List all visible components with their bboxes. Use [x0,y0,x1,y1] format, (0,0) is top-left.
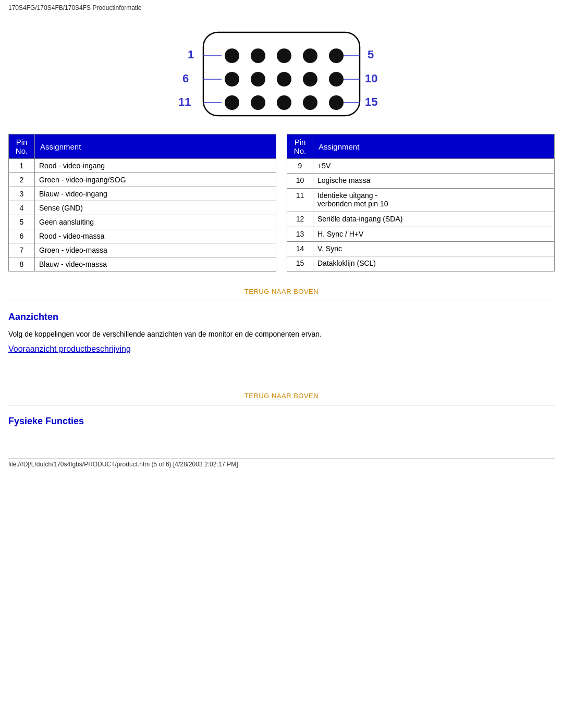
pin-number: 12 [287,212,313,227]
pin-assignment: +5V [313,159,555,174]
divider-1 [8,301,555,301]
table-row: 14V. Sync [287,242,555,256]
vga-connector-svg: 1 6 11 5 10 15 [172,22,391,124]
pin-number: 7 [9,243,35,257]
pin-number: 11 [287,188,313,212]
page-title: 170S4FG/170S4FB/170S4FS Productinformati… [8,4,555,11]
svg-point-11 [329,48,344,63]
nav-link-section-1: TERUG NAAR BOVEN [8,287,555,295]
svg-point-18 [251,95,265,110]
left-table-pin-header: Pin No. [9,134,35,159]
table-row: 13H. Sync / H+V [287,227,555,241]
aanzichten-heading: Aanzichten [8,312,555,323]
svg-point-20 [303,95,317,110]
svg-text:15: 15 [365,95,377,108]
pin-assignment: Groen - video-ingang/SOG [35,173,276,187]
pin-assignment: Identieke uitgang -verbonden met pin 10 [313,188,555,212]
svg-point-12 [225,72,239,87]
svg-text:6: 6 [182,72,189,85]
pin-number: 6 [9,229,35,243]
page-footer: file:///D|/L/dutch/170s4fgbs/PRODUCT/pro… [8,458,555,468]
pin-number: 9 [287,159,313,174]
svg-point-19 [277,95,291,110]
pin-assignment: Datakloklijn (SCL) [313,256,555,272]
left-pin-table: Pin No. Assignment 1Rood - video-ingang2… [8,134,276,272]
table-row: 10Logische massa [287,174,555,188]
aanzichten-section: Aanzichten Volg de koppelingen voor de v… [8,312,555,354]
svg-text:10: 10 [365,72,377,85]
svg-text:5: 5 [368,48,374,61]
table-row: 5Geen aansluiting [9,215,276,229]
pin-assignment: Blauw - video-massa [35,257,276,272]
svg-point-14 [277,72,291,87]
svg-point-21 [329,95,344,110]
pin-assignment: V. Sync [313,242,555,256]
svg-point-9 [277,48,291,63]
svg-text:11: 11 [178,95,191,108]
svg-point-8 [251,48,265,63]
terug-naar-boven-link-1[interactable]: TERUG NAAR BOVEN [244,288,319,295]
table-row: 15Datakloklijn (SCL) [287,256,555,272]
nav-link-section-2: TERUG NAAR BOVEN [8,391,555,400]
pin-assignment: Geen aansluiting [35,215,276,229]
svg-point-16 [329,72,344,87]
pin-assignment: Seriële data-ingang (SDA) [313,212,555,227]
right-table-assignment-header: Assignment [313,134,555,159]
pin-number: 1 [9,159,35,173]
pin-assignment: Sense (GND) [35,201,276,215]
svg-point-17 [225,95,239,110]
pin-assignment: Logische massa [313,174,555,188]
table-row: 4Sense (GND) [9,201,276,215]
pin-number: 14 [287,242,313,256]
pin-number: 15 [287,256,313,272]
table-row: 7Groen - video-massa [9,243,276,257]
table-row: 12Seriële data-ingang (SDA) [287,212,555,227]
table-row: 9+5V [287,159,555,174]
pin-number: 2 [9,173,35,187]
pin-number: 10 [287,174,313,188]
table-row: 2Groen - video-ingang/SOG [9,173,276,187]
pin-number: 5 [9,215,35,229]
tables-section: Pin No. Assignment 1Rood - video-ingang2… [8,134,555,272]
fysieke-section: Fysieke Functies [8,416,555,427]
pin-number: 8 [9,257,35,272]
svg-point-7 [225,48,239,63]
divider-2 [8,405,555,405]
pin-assignment: Rood - video-massa [35,229,276,243]
svg-text:1: 1 [188,48,194,61]
pin-assignment: Blauw - video-ingang [35,187,276,201]
table-row: 11Identieke uitgang -verbonden met pin 1… [287,188,555,212]
pin-assignment: H. Sync / H+V [313,227,555,241]
table-row: 3Blauw - video-ingang [9,187,276,201]
pin-number: 13 [287,227,313,241]
connector-diagram: 1 6 11 5 10 15 [172,22,391,124]
pin-number: 4 [9,201,35,215]
right-table-pin-header: Pin No. [287,134,313,159]
right-pin-table: Pin No. Assignment 9+5V10Logische massa1… [287,134,555,272]
svg-point-15 [303,72,317,87]
vooraanzicht-link[interactable]: Vooraanzicht productbeschrijving [8,344,131,353]
terug-naar-boven-link-2[interactable]: TERUG NAAR BOVEN [244,392,319,400]
pin-assignment: Rood - video-ingang [35,159,276,173]
table-row: 1Rood - video-ingang [9,159,276,173]
svg-point-13 [251,72,265,87]
table-row: 6Rood - video-massa [9,229,276,243]
aanzichten-paragraph: Volg de koppelingen voor de verschillend… [8,330,555,338]
fysieke-heading: Fysieke Functies [8,416,555,427]
pin-assignment: Groen - video-massa [35,243,276,257]
pin-number: 3 [9,187,35,201]
left-table-assignment-header: Assignment [35,134,276,159]
svg-point-10 [303,48,317,63]
table-row: 8Blauw - video-massa [9,257,276,272]
